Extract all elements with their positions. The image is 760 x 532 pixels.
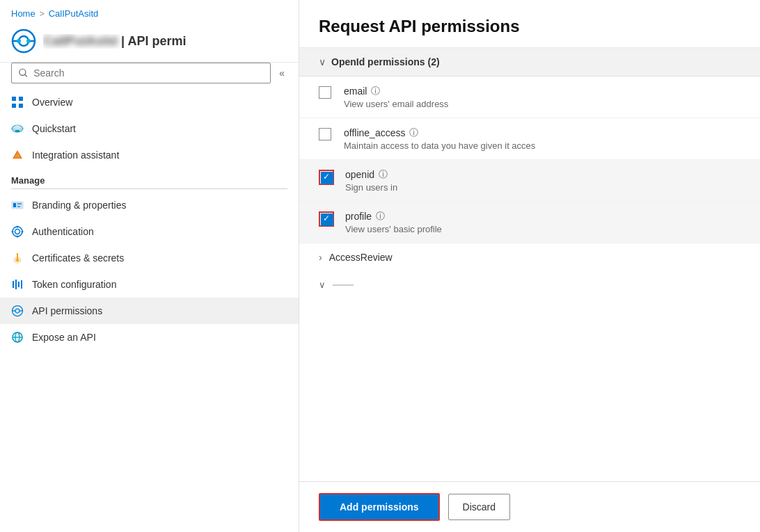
authentication-icon [11,225,24,238]
offline-info-icon[interactable]: ⓘ [409,127,418,139]
svg-rect-11 [19,104,23,108]
token-icon [11,278,24,291]
nav-items: Overview Quickstart Integration assis [0,89,299,532]
sidebar-item-quickstart[interactable]: Quickstart [0,115,299,142]
sidebar-item-token-label: Token configuration [32,279,116,290]
integration-icon [11,149,24,161]
certificates-icon [11,252,24,264]
svg-rect-14 [15,130,19,132]
svg-rect-30 [15,280,17,289]
svg-rect-9 [19,97,23,101]
permission-item-profile: profile ⓘ View users' basic profile [299,202,760,243]
profile-perm-desc: View users' basic profile [345,224,741,234]
email-perm-info: email ⓘ View users' email address [344,85,741,109]
openid-checkbox-red-border[interactable] [319,170,334,185]
svg-point-5 [26,39,31,43]
footer-buttons: Add permissions Discard [299,481,760,532]
email-perm-name: email ⓘ [344,85,741,97]
offline-perm-info: offline_access ⓘ Maintain access to data… [344,127,741,151]
svg-point-25 [12,231,14,233]
collapse-nav-button[interactable]: « [276,65,287,81]
email-perm-desc: View users' email address [344,99,741,109]
sidebar-item-token[interactable]: Token configuration [0,271,299,298]
svg-point-21 [13,227,22,236]
openid-checkbox[interactable] [321,172,333,184]
left-panel: Home > CalIPutAsitd CalIPutAsitd | API p… [0,0,299,532]
svg-point-6 [19,69,26,75]
profile-perm-info: profile ⓘ View users' basic profile [345,210,741,234]
sidebar-item-branding-label: Branding & properties [32,200,126,211]
svg-point-37 [15,310,17,312]
sidebar-item-certificates[interactable]: Certificates & secrets [0,245,299,271]
svg-rect-20 [17,206,20,207]
svg-rect-18 [13,203,16,207]
offline-perm-name: offline_access ⓘ [344,127,741,139]
panel-title: Request API permissions [299,0,760,48]
permission-item-offline: offline_access ⓘ Maintain access to data… [299,118,760,160]
profile-checkbox[interactable] [321,213,333,226]
email-info-icon[interactable]: ⓘ [371,85,380,97]
collapsed-section[interactable]: ∨ [299,271,760,298]
api-permissions-icon [11,305,24,317]
access-review-chevron-icon: › [319,252,322,263]
offline-checkbox-wrapper[interactable] [319,128,333,142]
offline-checkbox[interactable] [319,128,331,140]
sidebar-item-certs-label: Certificates & secrets [32,252,124,264]
openid-info-icon[interactable]: ⓘ [379,168,388,181]
openid-perm-info: openid ⓘ Sign users in [345,168,741,193]
sidebar-item-branding[interactable]: Branding & properties [0,192,299,218]
sidebar-item-expose-api[interactable]: Expose an API [0,324,299,350]
svg-rect-10 [12,104,16,108]
svg-point-26 [22,231,24,233]
discard-button[interactable]: Discard [448,494,510,520]
manage-divider [11,188,287,189]
access-review-item[interactable]: › AccessReview [299,243,760,271]
overview-icon [11,96,24,108]
search-container: « [0,63,299,83]
sidebar-item-expose-label: Expose an API [32,332,96,343]
quickstart-icon [11,122,24,135]
collapsed-chevron-icon: ∨ [319,280,326,290]
breadcrumb-sep: > [40,9,45,19]
search-icon [19,68,28,78]
sidebar-item-authentication[interactable]: Authentication [0,218,299,245]
openid-perm-name: openid ⓘ [345,168,741,181]
permission-item-email: email ⓘ View users' email address [299,76,760,118]
search-box[interactable] [11,63,271,83]
sidebar-item-integration[interactable]: Integration assistant [0,142,299,168]
svg-point-28 [16,259,19,261]
svg-point-24 [17,236,19,238]
app-title-suffix: | API permi [121,34,186,48]
svg-line-7 [25,74,27,76]
sidebar-item-integration-label: Integration assistant [32,150,119,161]
email-checkbox[interactable] [319,86,331,99]
openid-perm-desc: Sign users in [345,182,741,193]
sidebar-item-api-label: API permissions [32,305,102,316]
svg-rect-32 [21,280,22,289]
expose-api-icon [11,331,24,344]
svg-point-22 [15,229,20,234]
offline-perm-desc: Maintain access to data you have given i… [344,140,741,151]
breadcrumb-home[interactable]: Home [11,8,35,19]
openid-chevron-icon: ∨ [319,56,326,67]
profile-checkbox-red-border[interactable] [319,211,334,227]
email-checkbox-wrapper[interactable] [319,86,333,100]
profile-info-icon[interactable]: ⓘ [376,210,385,223]
openid-section-header[interactable]: ∨ OpenId permissions (2) [299,48,760,76]
app-header: CalIPutAsitd | API permi [0,24,299,63]
sidebar-item-api-permissions[interactable]: API permissions [0,298,299,324]
breadcrumb-current[interactable]: CalIPutAsitd [49,8,99,19]
svg-rect-29 [13,281,14,288]
right-panel: Request API permissions ∨ OpenId permiss… [299,0,760,532]
app-name-blurred: CalIPutAsitd [43,34,118,48]
branding-icon [11,199,24,211]
svg-rect-31 [18,282,19,287]
svg-rect-8 [12,97,16,101]
search-input[interactable] [33,67,263,79]
svg-point-23 [17,226,19,228]
collapsed-section-line [333,284,354,286]
access-review-label: AccessReview [329,252,393,263]
manage-section-header: Manage [0,168,299,188]
sidebar-item-overview[interactable]: Overview [0,89,299,115]
add-permissions-button[interactable]: Add permissions [319,493,440,521]
